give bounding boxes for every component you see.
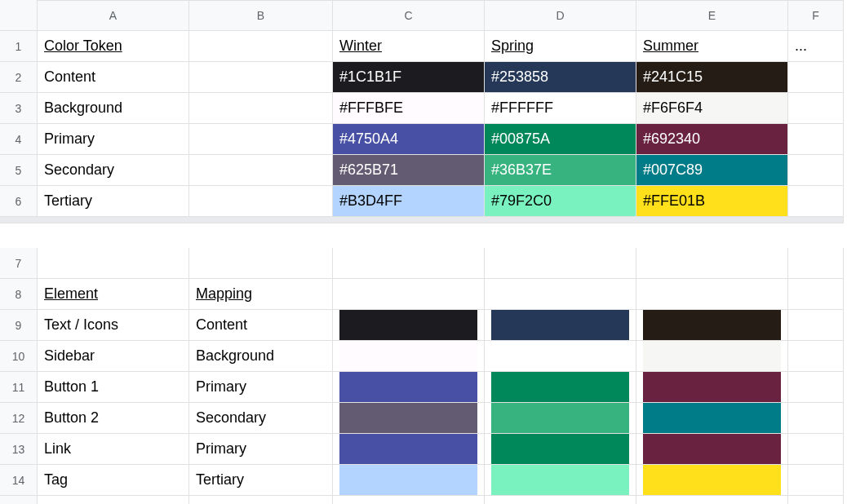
cell-C4[interactable]: #4750A4 (333, 124, 485, 155)
cell-B9[interactable]: Content (189, 310, 333, 341)
cell-E13[interactable] (636, 434, 788, 465)
cell-B14[interactable]: Tertiary (189, 465, 333, 496)
cell-D4[interactable]: #00875A (485, 124, 636, 155)
cell-E5[interactable]: #007C89 (636, 155, 788, 186)
cell-B8[interactable]: Mapping (189, 279, 333, 310)
cell-D9[interactable] (485, 310, 636, 341)
cell-F7[interactable] (788, 248, 844, 279)
cell-B6[interactable] (189, 186, 333, 217)
cell-C15[interactable] (333, 496, 485, 504)
cell-E7[interactable] (636, 248, 788, 279)
cell-D6[interactable]: #79F2C0 (485, 186, 636, 217)
cell-B15[interactable] (189, 496, 333, 504)
cell-F1[interactable]: ... (788, 31, 844, 62)
cell-D5[interactable]: #36B37E (485, 155, 636, 186)
row-header-11[interactable]: 11 (0, 372, 38, 403)
cell-D2[interactable]: #253858 (485, 62, 636, 93)
cell-B4[interactable] (189, 124, 333, 155)
cell-F13[interactable] (788, 434, 844, 465)
col-header-A[interactable]: A (38, 0, 189, 31)
cell-B1[interactable] (189, 31, 333, 62)
cell-F3[interactable] (788, 93, 844, 124)
cell-A1[interactable]: Color Token (38, 31, 189, 62)
cell-D10[interactable] (485, 341, 636, 372)
cell-B7[interactable] (189, 248, 333, 279)
cell-F2[interactable] (788, 62, 844, 93)
row-header-8[interactable]: 8 (0, 279, 38, 310)
cell-F11[interactable] (788, 372, 844, 403)
cell-E3[interactable]: #F6F6F4 (636, 93, 788, 124)
cell-E10[interactable] (636, 341, 788, 372)
cell-B10[interactable]: Background (189, 341, 333, 372)
cell-F9[interactable] (788, 310, 844, 341)
cell-B11[interactable]: Primary (189, 372, 333, 403)
cell-C7[interactable] (333, 248, 485, 279)
cell-E4[interactable]: #692340 (636, 124, 788, 155)
col-header-F[interactable]: F (788, 0, 844, 31)
row-header-7[interactable]: 7 (0, 248, 38, 279)
cell-C11[interactable] (333, 372, 485, 403)
cell-A11[interactable]: Button 1 (38, 372, 189, 403)
cell-D11[interactable] (485, 372, 636, 403)
cell-A10[interactable]: Sidebar (38, 341, 189, 372)
col-header-C[interactable]: C (333, 0, 485, 31)
cell-D12[interactable] (485, 403, 636, 434)
cell-A15[interactable]: ... (38, 496, 189, 504)
cell-C10[interactable] (333, 341, 485, 372)
row-header-13[interactable]: 13 (0, 434, 38, 465)
cell-A12[interactable]: Button 2 (38, 403, 189, 434)
cell-D14[interactable] (485, 465, 636, 496)
cell-E9[interactable] (636, 310, 788, 341)
cell-C5[interactable]: #625B71 (333, 155, 485, 186)
cell-C1[interactable]: Winter (333, 31, 485, 62)
cell-F5[interactable] (788, 155, 844, 186)
cell-F6[interactable] (788, 186, 844, 217)
cell-E2[interactable]: #241C15 (636, 62, 788, 93)
cell-A9[interactable]: Text / Icons (38, 310, 189, 341)
cell-B2[interactable] (189, 62, 333, 93)
cell-F8[interactable] (788, 279, 844, 310)
cell-C8[interactable] (333, 279, 485, 310)
cell-F10[interactable] (788, 341, 844, 372)
row-header-5[interactable]: 5 (0, 155, 38, 186)
cell-C12[interactable] (333, 403, 485, 434)
cell-A8[interactable]: Element (38, 279, 189, 310)
cell-E1[interactable]: Summer (636, 31, 788, 62)
cell-D1[interactable]: Spring (485, 31, 636, 62)
cell-E8[interactable] (636, 279, 788, 310)
row-header-4[interactable]: 4 (0, 124, 38, 155)
cell-A2[interactable]: Content (38, 62, 189, 93)
cell-C13[interactable] (333, 434, 485, 465)
cell-D3[interactable]: #FFFFFF (485, 93, 636, 124)
row-header-15[interactable]: 15 (0, 496, 38, 504)
row-header-6[interactable]: 6 (0, 186, 38, 217)
row-header-14[interactable]: 14 (0, 465, 38, 496)
cell-B3[interactable] (189, 93, 333, 124)
cell-C14[interactable] (333, 465, 485, 496)
cell-A13[interactable]: Link (38, 434, 189, 465)
cell-E11[interactable] (636, 372, 788, 403)
cell-A3[interactable]: Background (38, 93, 189, 124)
cell-D13[interactable] (485, 434, 636, 465)
cell-A14[interactable]: Tag (38, 465, 189, 496)
cell-D15[interactable] (485, 496, 636, 504)
row-header-2[interactable]: 2 (0, 62, 38, 93)
select-all-corner[interactable] (0, 0, 38, 31)
cell-B5[interactable] (189, 155, 333, 186)
cell-E14[interactable] (636, 465, 788, 496)
row-header-9[interactable]: 9 (0, 310, 38, 341)
cell-A6[interactable]: Tertiary (38, 186, 189, 217)
cell-F14[interactable] (788, 465, 844, 496)
cell-C9[interactable] (333, 310, 485, 341)
row-header-12[interactable]: 12 (0, 403, 38, 434)
col-header-E[interactable]: E (636, 0, 788, 31)
row-header-1[interactable]: 1 (0, 31, 38, 62)
cell-A5[interactable]: Secondary (38, 155, 189, 186)
cell-C2[interactable]: #1C1B1F (333, 62, 485, 93)
cell-B12[interactable]: Secondary (189, 403, 333, 434)
cell-A7[interactable] (38, 248, 189, 279)
cell-C6[interactable]: #B3D4FF (333, 186, 485, 217)
cell-F12[interactable] (788, 403, 844, 434)
cell-C3[interactable]: #FFFBFE (333, 93, 485, 124)
cell-E12[interactable] (636, 403, 788, 434)
